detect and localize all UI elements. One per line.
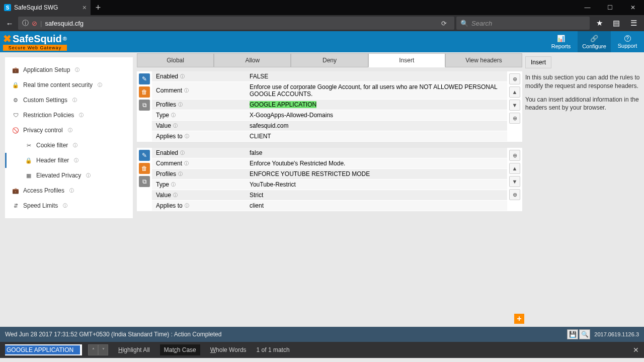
info-icon[interactable]: ⓘ — [185, 203, 189, 209]
delete-button[interactable]: 🗑 — [139, 163, 150, 174]
move-up-button[interactable]: ▲ — [509, 163, 520, 174]
library-icon[interactable]: ▤ — [609, 17, 624, 30]
delete-button[interactable]: 🗑 — [139, 86, 150, 98]
rule-entry: ✎🗑⧉EnabledⓘFALSECommentⓘEnforce use of c… — [137, 71, 522, 142]
row-label: Typeⓘ — [152, 110, 246, 120]
sidebar-item-privacy[interactable]: 🚫Privacy controlⓘ — [5, 123, 133, 138]
info-icon[interactable]: ⓘ — [180, 73, 185, 80]
row-value: false — [246, 148, 507, 158]
sidebar-item-app-setup[interactable]: 💼Application Setupⓘ — [5, 62, 133, 77]
entry-row: ValueⓘStrict — [152, 190, 507, 201]
info-icon: ⓘ — [86, 172, 91, 179]
row-label: Profilesⓘ — [152, 169, 246, 179]
info-icon[interactable]: ⓘ — [184, 87, 189, 94]
move-up-button[interactable]: ▲ — [509, 86, 520, 98]
maximize-button[interactable]: ☐ — [599, 0, 621, 15]
move-bottom-button[interactable]: ⊕ — [509, 113, 520, 124]
nav-configure[interactable]: 🔗 Configure — [578, 31, 611, 52]
info-icon[interactable]: ⓘ — [171, 182, 176, 188]
url-text: safesquid.cfg — [45, 20, 84, 27]
move-down-button[interactable]: ▼ — [509, 100, 520, 111]
info-icon[interactable]: ⓘ — [185, 133, 189, 140]
back-button[interactable]: ← — [3, 17, 16, 30]
tab-insert[interactable]: Insert — [368, 53, 445, 67]
status-bar: Wed Jun 28 2017 17:31:52 GMT+0530 (India… — [0, 327, 644, 342]
save-icon[interactable]: 💾 — [567, 329, 578, 339]
tab-deny[interactable]: Deny — [291, 53, 368, 67]
close-findbar-icon[interactable]: ✕ — [633, 346, 639, 354]
row-value: client — [246, 201, 507, 211]
sidebar-item-access[interactable]: 💼Access Profilesⓘ — [5, 183, 133, 198]
browser-tab[interactable]: S SafeSquid SWG × — [0, 0, 91, 15]
sidebar-item-restriction[interactable]: 🛡Restriction Policiesⓘ — [5, 108, 133, 123]
edit-button[interactable]: ✎ — [139, 73, 150, 84]
info-icon[interactable]: ⓘ — [184, 160, 189, 167]
sidebar-sub-header[interactable]: 🔒Header filterⓘ — [5, 153, 133, 168]
sidebar-item-realtime[interactable]: 🔒Real time content securityⓘ — [5, 77, 133, 93]
url-bar[interactable]: ⓘ ⊘ | safesquid.cfg ⟳ — [18, 17, 454, 30]
lock-icon: 🔒 — [25, 157, 32, 164]
find-input[interactable]: GOOGLE APPLICATION — [5, 344, 82, 355]
row-value: Enforce Youtube's Restricted Mode. — [246, 158, 507, 168]
rule-entry: ✎🗑⧉EnabledⓘfalseCommentⓘEnforce Youtube'… — [137, 148, 522, 211]
row-label: Valueⓘ — [152, 121, 246, 131]
nav-support[interactable]: ? Support — [611, 31, 644, 52]
support-icon: ? — [624, 35, 631, 42]
close-window-button[interactable]: ✕ — [621, 0, 644, 15]
info-icon[interactable]: ⓘ — [173, 123, 178, 129]
entry-row: Enabledⓘfalse — [152, 148, 507, 158]
search-placeholder: Search — [471, 20, 492, 27]
search-bar[interactable]: 🔍 Search — [456, 17, 590, 30]
tab-view-headers[interactable]: View headers — [445, 53, 522, 67]
close-tab-icon[interactable]: × — [83, 4, 87, 12]
new-tab-button[interactable]: + — [91, 3, 106, 13]
bookmark-icon[interactable]: ★ — [592, 17, 607, 30]
info-icon[interactable]: ⓘ — [180, 150, 185, 156]
row-label: Commentⓘ — [152, 82, 246, 99]
find-value: GOOGLE APPLICATION — [5, 345, 80, 354]
add-button[interactable]: + — [514, 314, 524, 324]
sidebar-sub-elevated[interactable]: ▦Elevated Privacyⓘ — [5, 168, 133, 183]
clone-button[interactable]: ⧉ — [139, 100, 150, 111]
nav-reports[interactable]: 📊 Reports — [544, 31, 578, 52]
move-top-button[interactable]: ⊕ — [509, 150, 520, 161]
minimize-button[interactable]: — — [576, 0, 599, 15]
find-prev-button[interactable]: ˄ — [88, 344, 98, 355]
app-header: ✖ SafeSquid ® Secure Web Gateway 📊 Repor… — [0, 31, 644, 52]
move-bottom-button[interactable]: ⊕ — [509, 189, 520, 200]
entry-row: Applies toⓘCLIENT — [152, 131, 507, 142]
info-icon[interactable]: ⓘ — [22, 19, 29, 28]
clone-button[interactable]: ⧉ — [139, 176, 150, 187]
logo: ✖ SafeSquid ® Secure Web Gateway — [3, 33, 67, 51]
info-icon[interactable]: ⓘ — [173, 192, 178, 199]
sidebar-sub-cookie[interactable]: ✂Cookie filterⓘ — [5, 138, 133, 153]
scissors-icon: ✂ — [25, 142, 32, 149]
tab-allow[interactable]: Allow — [214, 53, 291, 67]
info-icon[interactable]: ⓘ — [178, 171, 183, 177]
reload-icon[interactable]: ⟳ — [437, 20, 450, 27]
sidebar-item-speed[interactable]: ⇵Speed Limitsⓘ — [5, 198, 133, 213]
match-case-toggle[interactable]: Match Case — [160, 344, 200, 355]
highlight-all-toggle[interactable]: Highlight All — [114, 344, 154, 355]
shield-icon: 🛡 — [12, 112, 19, 118]
row-label: Enabledⓘ — [152, 148, 246, 158]
row-value: YouTube-Restrict — [246, 179, 507, 190]
edit-button[interactable]: ✎ — [139, 150, 150, 161]
info-icon: ⓘ — [73, 142, 77, 149]
row-value: safesquid.com — [246, 121, 507, 131]
whole-words-toggle[interactable]: Whole Words — [206, 344, 251, 355]
row-label: Profilesⓘ — [152, 100, 246, 110]
info-icon[interactable]: ⓘ — [171, 112, 176, 119]
sidebar-item-custom[interactable]: ⚙Custom Settingsⓘ — [5, 93, 133, 108]
info-icon[interactable]: ⓘ — [178, 102, 183, 108]
tab-title: SafeSquid SWG — [14, 4, 58, 11]
move-down-button[interactable]: ▼ — [509, 176, 520, 187]
security-icon: ⊘ — [32, 20, 37, 27]
find-next-button[interactable]: ˅ — [98, 344, 108, 355]
entry-row: TypeⓘYouTube-Restrict — [152, 179, 507, 190]
search-icon[interactable]: 🔍 — [579, 329, 590, 339]
tab-global[interactable]: Global — [137, 53, 214, 67]
row-value: Enforce use of corporate Google Account,… — [246, 82, 507, 99]
move-top-button[interactable]: ⊕ — [509, 73, 520, 84]
menu-icon[interactable]: ☰ — [626, 17, 641, 30]
